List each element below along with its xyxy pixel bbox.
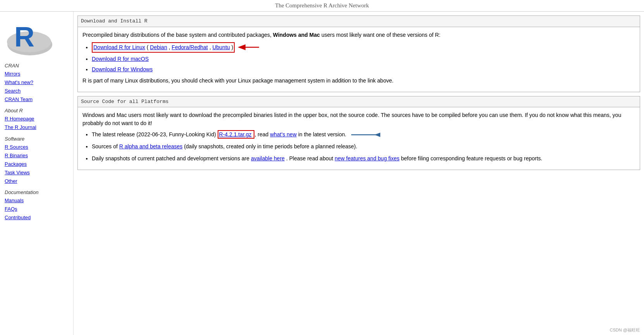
sidebar: R CRAN Mirrors What's new? Search CRAN T…	[0, 12, 74, 335]
ubuntu-link[interactable]: Ubuntu	[212, 44, 230, 50]
linux-item: Download R for Linux ( Debian , Fedora/R…	[92, 42, 635, 53]
watermark: CSDN @福旺旺	[610, 327, 640, 333]
source-code-section: Source Code for all Platforms Windows an…	[77, 96, 640, 170]
download-linux-link[interactable]: Download R for Linux	[93, 44, 145, 50]
tarball-link-box: R-4.2.1.tar.gz	[218, 130, 255, 139]
sidebar-item-r-journal[interactable]: The R Journal	[5, 123, 69, 132]
download-install-header: Download and Install R	[78, 16, 640, 27]
download-install-body: Precompiled binary distributions of the …	[78, 27, 640, 92]
download-install-section: Download and Install R Precompiled binar…	[77, 15, 640, 92]
new-features-link[interactable]: new features and bug fixes	[335, 155, 399, 161]
macos-item: Download R for macOS	[92, 55, 635, 63]
windows-item: Download R for Windows	[92, 65, 635, 74]
whats-new-link[interactable]: what's new	[270, 131, 297, 137]
tarball-link[interactable]: R-4.2.1.tar.gz	[219, 131, 252, 137]
source-code-intro: Windows and Mac users most likely want t…	[82, 111, 635, 127]
source-code-header: Source Code for all Platforms	[78, 96, 640, 108]
r-logo: R	[5, 15, 55, 58]
software-section-label: Software	[5, 136, 69, 142]
fedora-link[interactable]: Fedora/Redhat	[172, 44, 208, 50]
sidebar-item-other[interactable]: Other	[5, 177, 69, 186]
sidebar-item-task-views[interactable]: Task Views	[5, 168, 69, 177]
blue-arrow-icon	[349, 131, 380, 139]
sidebar-item-manuals[interactable]: Manuals	[5, 196, 69, 205]
sidebar-item-search[interactable]: Search	[5, 87, 69, 95]
documentation-section-label: Documentation	[5, 189, 69, 195]
sidebar-item-r-homepage[interactable]: R Homepage	[5, 115, 69, 123]
download-macos-link[interactable]: Download R for macOS	[92, 56, 149, 62]
download-links-list: Download R for Linux ( Debian , Fedora/R…	[92, 42, 635, 74]
sidebar-item-r-binaries[interactable]: R Binaries	[5, 151, 69, 160]
sidebar-item-contributed[interactable]: Contributed	[5, 213, 69, 222]
daily-snapshots-item: Daily snapshots of current patched and d…	[92, 155, 635, 163]
sidebar-item-r-sources[interactable]: R Sources	[5, 143, 69, 151]
about-section-label: About R	[5, 108, 69, 113]
sidebar-item-whats-new[interactable]: What's new?	[5, 78, 69, 87]
alpha-beta-link[interactable]: R alpha and beta releases	[119, 143, 182, 149]
download-windows-link[interactable]: Download R for Windows	[92, 66, 153, 72]
sidebar-item-faqs[interactable]: FAQs	[5, 205, 69, 213]
latest-release-item: The latest release (2022-06-23, Funny-Lo…	[92, 131, 635, 139]
red-arrow-icon	[238, 43, 261, 52]
download-intro: Precompiled binary distributions of the …	[82, 31, 635, 39]
page-header: The Comprehensive R Archive Network	[0, 0, 644, 12]
sidebar-item-cran-team[interactable]: CRAN Team	[5, 95, 69, 104]
debian-link[interactable]: Debian	[150, 44, 167, 50]
source-code-list: The latest release (2022-06-23, Funny-Lo…	[92, 131, 635, 163]
linux-link-box: Download R for Linux ( Debian , Fedora/R…	[92, 42, 235, 53]
main-content: Download and Install R Precompiled binar…	[74, 12, 644, 335]
linux-note: R is part of many Linux distributions, y…	[82, 77, 635, 85]
page-title: The Comprehensive R Archive Network	[275, 2, 369, 9]
cran-section-label: CRAN	[5, 63, 69, 69]
sidebar-item-packages[interactable]: Packages	[5, 160, 69, 168]
source-code-body: Windows and Mac users most likely want t…	[78, 107, 640, 170]
available-here-link[interactable]: available here	[251, 155, 285, 161]
sidebar-item-mirrors[interactable]: Mirrors	[5, 70, 69, 78]
svg-text:R: R	[14, 21, 34, 52]
alpha-beta-item: Sources of R alpha and beta releases (da…	[92, 143, 635, 151]
